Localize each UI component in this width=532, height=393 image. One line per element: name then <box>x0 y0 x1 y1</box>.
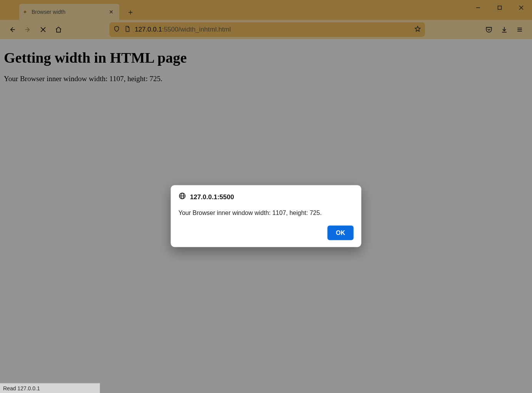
dialog-message: Your Browser inner window width: 1107, h… <box>179 210 354 216</box>
alert-dialog: 127.0.0.1:5500 Your Browser inner window… <box>171 185 361 247</box>
pocket-button[interactable] <box>482 23 496 37</box>
page-icon <box>124 25 131 34</box>
address-bar[interactable]: 127.0.0.1:5500/width_inhtml.html <box>109 22 425 37</box>
url-path: :5500/width_inhtml.html <box>162 26 231 33</box>
svg-marker-8 <box>415 26 420 31</box>
window-maximize-button[interactable] <box>489 0 510 15</box>
status-text: Read 127.0.0.1 <box>3 385 40 391</box>
forward-button[interactable] <box>21 23 35 37</box>
modal-overlay: 127.0.0.1:5500 Your Browser inner window… <box>0 39 532 393</box>
navigation-toolbar: 127.0.0.1:5500/width_inhtml.html <box>0 20 532 39</box>
new-tab-button[interactable]: ＋ <box>125 6 136 18</box>
shield-icon <box>113 25 120 34</box>
bookmark-star-button[interactable] <box>414 25 421 34</box>
stop-button[interactable] <box>36 23 50 37</box>
window-minimize-button[interactable] <box>467 0 489 15</box>
title-bar: Browser width ✕ ＋ <box>0 0 532 20</box>
back-button[interactable] <box>5 23 19 37</box>
close-tab-button[interactable]: ✕ <box>108 8 115 15</box>
status-bar: Read 127.0.0.1 <box>0 383 100 393</box>
window-controls <box>467 0 532 15</box>
svg-rect-1 <box>498 6 502 10</box>
tab-loading-icon <box>24 11 26 13</box>
dialog-ok-button[interactable]: OK <box>328 226 354 240</box>
url-host: 127.0.0.1 <box>135 26 162 33</box>
dialog-header: 127.0.0.1:5500 <box>179 192 354 202</box>
browser-tab[interactable]: Browser width ✕ <box>19 4 119 20</box>
tab-title: Browser width <box>32 9 108 15</box>
dialog-origin: 127.0.0.1:5500 <box>190 193 234 201</box>
home-button[interactable] <box>52 23 65 37</box>
app-menu-button[interactable] <box>513 23 527 37</box>
downloads-button[interactable] <box>497 23 511 37</box>
window-close-button[interactable] <box>510 0 532 15</box>
url-text: 127.0.0.1:5500/width_inhtml.html <box>135 26 410 33</box>
globe-icon <box>179 192 186 202</box>
